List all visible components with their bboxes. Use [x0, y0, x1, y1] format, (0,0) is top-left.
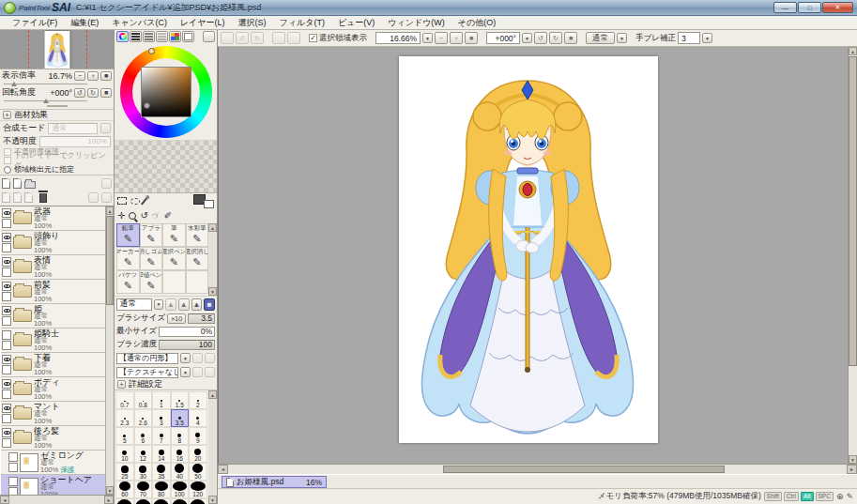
layer-row[interactable]: マント通常100%	[1, 402, 105, 426]
canvas-page[interactable]	[399, 56, 658, 443]
brush-size-preset[interactable]: 14	[152, 445, 171, 463]
eyedropper-icon[interactable]: ✐	[164, 211, 172, 221]
brush-size-preset[interactable]: 4	[189, 409, 207, 427]
zoom-dropdown-icon[interactable]: ▼	[422, 33, 433, 43]
navigator-preview[interactable]	[0, 30, 114, 69]
scrollbar-thumb[interactable]	[443, 466, 725, 473]
scroll-up-icon[interactable]: ▲	[208, 223, 217, 232]
brush-size-preset[interactable]: 0.7	[115, 391, 134, 409]
tool-item[interactable]: 選択ペン✎	[162, 247, 186, 270]
canvas-rotate-ccw-button[interactable]: ↺	[534, 32, 547, 44]
lasso-icon[interactable]	[130, 198, 140, 205]
scroll-up-icon[interactable]: ▲	[106, 206, 114, 215]
brush-size-preset[interactable]: 1.5	[171, 391, 190, 409]
minimize-button[interactable]: —	[773, 2, 797, 13]
brush-size-preset[interactable]: 12	[134, 445, 153, 463]
layer-visibility-toggle[interactable]	[2, 282, 11, 291]
scroll-down-icon[interactable]: ▼	[106, 486, 114, 495]
layer-option-toggle[interactable]	[2, 438, 11, 448]
edge-soft-button[interactable]: ▲	[165, 298, 176, 311]
menu-item[interactable]: ファイル(F)	[6, 17, 64, 29]
layer-visibility-toggle[interactable]	[2, 355, 11, 364]
transparent-swatch-area[interactable]	[115, 141, 217, 193]
layer-row[interactable]: ボディ通常100%	[1, 377, 105, 402]
scroll-up-icon[interactable]: ▲	[208, 390, 217, 399]
selection-source-radio[interactable]	[4, 166, 11, 174]
brush-size-preset[interactable]: 70	[134, 481, 153, 498]
tool-item[interactable]: 鉛筆✎	[116, 223, 140, 247]
layer-option-toggle[interactable]	[2, 389, 11, 399]
brush-size-preset[interactable]: 80	[152, 481, 171, 498]
layer-visibility-toggle[interactable]	[8, 452, 18, 462]
opacity-field[interactable]: 100%	[39, 136, 111, 147]
color-mixer-tab[interactable]	[156, 31, 168, 42]
layer-visibility-toggle[interactable]	[2, 306, 11, 315]
layer-option-toggle[interactable]	[2, 316, 11, 326]
scroll-down-icon[interactable]: ▼	[849, 455, 857, 464]
tool-grid-scrollbar[interactable]: ▲ ▼	[208, 223, 217, 296]
tool-item[interactable]: マーカー✎	[116, 247, 140, 270]
deselect-button[interactable]	[272, 32, 285, 44]
canvas-workspace[interactable]: ▲ ▼	[218, 47, 857, 464]
canvas-zoom-out-button[interactable]: −	[435, 32, 448, 44]
stabilizer-combo[interactable]: 3	[678, 32, 700, 44]
brush-texture-select[interactable]: 【テクスチャなし】	[116, 367, 178, 378]
rotate-view-icon[interactable]: ↺	[140, 211, 147, 221]
expand-icon[interactable]: +	[3, 111, 11, 119]
brush-size-bar[interactable]: 3.5	[188, 313, 215, 324]
protect-opacity-checkbox[interactable]	[4, 148, 11, 156]
canvas-zoom-combo[interactable]: 16.66%	[375, 32, 421, 44]
canvas-zoom-reset-button[interactable]: ■	[465, 32, 478, 44]
delete-layer-icon[interactable]	[39, 193, 47, 203]
saturation-value-square[interactable]	[141, 67, 191, 117]
rotation-reset-button[interactable]: ■	[100, 88, 112, 98]
brush-size-preset[interactable]: 120	[189, 481, 207, 498]
brush-shape-select[interactable]: 【通常の円形】	[116, 353, 178, 364]
move-tool-icon[interactable]: ✛	[117, 211, 125, 221]
layer-row[interactable]: ゼミロング通常100%保護	[1, 451, 105, 475]
layer-visibility-toggle[interactable]	[2, 233, 11, 242]
color-panel-menu-button[interactable]	[203, 31, 215, 42]
zoom-slider-knob[interactable]	[11, 82, 17, 86]
brush-blend-dropdown-icon[interactable]: ▼	[154, 299, 163, 310]
scroll-down-icon[interactable]: ▼	[208, 287, 217, 296]
layer-row[interactable]: 武器通常100%	[1, 206, 105, 231]
new-vector-layer-icon[interactable]	[13, 178, 22, 189]
brush-size-preset[interactable]	[115, 498, 134, 504]
color-wheel-tab[interactable]	[116, 31, 129, 42]
canvas-rotate-cw-button[interactable]: ↻	[549, 32, 562, 44]
tool-item[interactable]: 筆✎	[162, 223, 186, 247]
zoom-tool-icon[interactable]	[129, 212, 136, 220]
rotation-slider-knob[interactable]	[43, 99, 49, 103]
new-canvas-button[interactable]	[221, 32, 234, 44]
layer-row[interactable]: 姫通常100%	[1, 304, 105, 328]
brush-size-preset[interactable]: 60	[115, 481, 134, 498]
sv-marker[interactable]	[144, 102, 150, 109]
brush-size-preset[interactable]: 8	[171, 427, 190, 445]
layer-option-toggle[interactable]	[8, 463, 18, 472]
selection-view-toggle[interactable]: ✓ 選択領域表示	[309, 33, 367, 44]
brush-blend-select[interactable]: 通常	[116, 298, 152, 311]
canvas-zoom-in-button[interactable]: ＋	[450, 32, 463, 44]
redo-button[interactable]: ↻	[251, 32, 264, 44]
scroll-down-icon[interactable]: ▼	[208, 496, 217, 504]
clipping-checkbox[interactable]	[4, 157, 11, 164]
hue-marker[interactable]	[148, 48, 155, 54]
menu-item[interactable]: ウィンドウ(W)	[381, 17, 451, 29]
layer-list-hscrollbar[interactable]: ◄ ►	[0, 495, 114, 504]
new-layer-set-icon[interactable]	[24, 181, 36, 189]
tool-item[interactable]: 選択消し✎	[186, 247, 209, 270]
layer-option-toggle[interactable]	[2, 267, 11, 277]
invert-selection-button[interactable]	[287, 32, 300, 44]
swatches-tab[interactable]	[169, 31, 181, 42]
brush-size-preset[interactable]: 2	[189, 391, 207, 409]
layer-down-button[interactable]	[101, 192, 112, 203]
size-grid-scrollbar[interactable]: ▲ ▼	[208, 390, 217, 504]
rotation-slider[interactable]	[4, 99, 87, 103]
rotate-ccw-button[interactable]: ↺	[74, 88, 85, 98]
stabilizer-dropdown-icon[interactable]: ▼	[702, 33, 712, 43]
layer-row[interactable]: 後ろ髪通常100%	[1, 426, 105, 451]
checkbox-checked-icon[interactable]: ✓	[309, 34, 317, 42]
layer-option-toggle[interactable]	[2, 341, 11, 350]
zoom-in-button[interactable]: ＋	[87, 71, 99, 81]
